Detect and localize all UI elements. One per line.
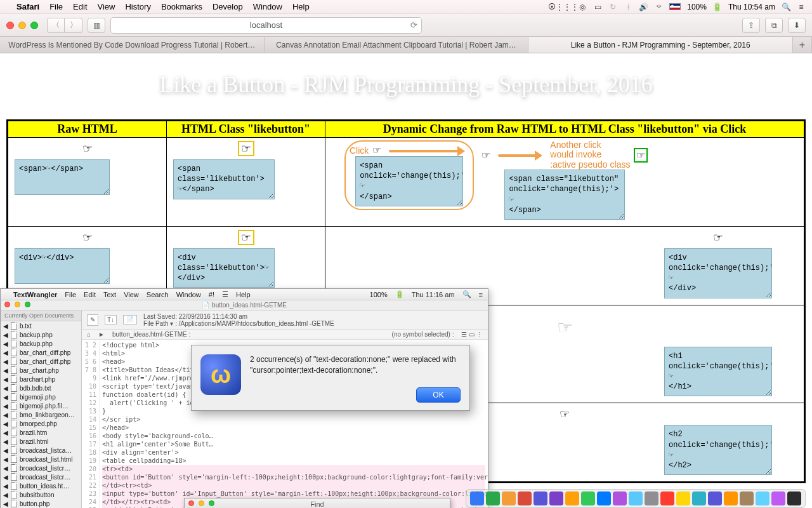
menu-file[interactable]: File (49, 2, 63, 11)
code-r4c3[interactable]: <h2 onclick='change(this);'>☞ </h2> (664, 425, 772, 475)
tw-close-icon[interactable] (4, 302, 10, 307)
hand-icon[interactable]: ☞ (481, 149, 490, 161)
code-r3c3[interactable]: <h1 onclick='change(this);'>☞ </h1> (664, 347, 772, 397)
tw-file-item[interactable]: ◀bdb.bdb.txt (1, 384, 81, 392)
clock[interactable]: Thu 10:54 am (728, 3, 775, 11)
hand-icon[interactable]: ☞ (239, 142, 254, 156)
dock-app-icon[interactable] (787, 491, 801, 505)
tw-menu-window[interactable]: Window (176, 291, 201, 298)
tw-app-name[interactable]: TextWrangler (13, 291, 57, 298)
battery-icon[interactable]: 🔋 (713, 3, 722, 11)
tw-file-item[interactable]: ◀bmorped.php (1, 419, 81, 428)
tab-2[interactable]: Like a Button - RJM Programming - Septem… (528, 37, 793, 53)
code-r2c2[interactable]: <div class='likebutton'>☞ </div> (173, 248, 275, 288)
forward-button[interactable]: 〉 (65, 18, 82, 33)
tw-menu-edit[interactable]: Edit (84, 291, 96, 298)
volume-icon[interactable]: 🔊 (639, 3, 648, 11)
dock-app-icon[interactable] (613, 491, 627, 505)
tw-dialog-ok-button[interactable]: OK (416, 387, 461, 403)
new-tab-button[interactable]: + (793, 37, 812, 53)
dock-app-icon[interactable] (597, 491, 611, 505)
bluetooth-icon[interactable]: ᚼ (624, 3, 632, 11)
dock-app-icon[interactable] (660, 491, 674, 505)
dock-app-icon[interactable] (565, 491, 579, 505)
tw-menu-extra[interactable]: ☰ (222, 290, 228, 298)
tw-menu-text[interactable]: Text (103, 291, 116, 298)
tw-file-item[interactable]: ◀bar_chart.php (1, 366, 81, 375)
display-icon[interactable]: ▭ (593, 3, 602, 11)
hand-icon-highlighted[interactable]: ☞ (634, 148, 648, 163)
menu-window[interactable]: Window (253, 2, 282, 11)
tw-file-item[interactable]: ◀b.txt (1, 321, 81, 330)
tw-file-item[interactable]: ◀broadcast_listcr… (1, 472, 81, 481)
menu-develop[interactable]: Develop (213, 2, 243, 11)
downloads-button[interactable]: ⬇ (788, 18, 806, 33)
tab-1[interactable]: Canvas Annotation Email Attachment Clipb… (265, 37, 529, 53)
tw-file-item[interactable]: ◀broadcast_listcr… (1, 464, 81, 472)
menu-history[interactable]: History (125, 2, 150, 11)
grid-icon[interactable]: ⋮⋮⋮ (563, 3, 572, 11)
tw-file-item[interactable]: ◀brazil.htm (1, 428, 81, 437)
code-r1c3a[interactable]: <span onclick='change(this);'>☞ </span> (355, 156, 463, 206)
dock-app-icon[interactable] (534, 491, 547, 505)
pencil-icon[interactable]: ✎ (87, 314, 98, 326)
dock-app-icon[interactable] (518, 491, 532, 505)
dock-app-icon[interactable] (740, 491, 754, 505)
menubar-app[interactable]: Safari (16, 2, 39, 11)
minimize-window-icon[interactable] (18, 22, 26, 29)
tw-file-item[interactable]: ◀brazil.html (1, 437, 81, 446)
hand-icon[interactable]: ☞ (372, 144, 381, 156)
dock-app-icon[interactable] (724, 491, 738, 505)
dock-app-icon[interactable] (502, 491, 516, 505)
tw-menu-help[interactable]: Help (236, 291, 251, 298)
tab-0[interactable]: WordPress Is Mentioned By Code Download … (0, 37, 265, 53)
dock-app-icon[interactable] (692, 491, 706, 505)
menu-help[interactable]: Help (292, 2, 310, 11)
code-r1c2[interactable]: <span class='likebutton'> ☞</span> (173, 159, 275, 199)
tw-file-item[interactable]: ◀bar_chart_diff.php (1, 357, 81, 366)
tw-file-item[interactable]: ◀bigemoji.php.fil… (1, 401, 81, 410)
tw-file-item[interactable]: ◀broadcast_list.html (1, 455, 81, 464)
wifi-icon[interactable]: ⌔ (654, 3, 663, 11)
reload-icon[interactable]: ⟳ (410, 20, 417, 30)
tw-menu-file[interactable]: File (65, 291, 76, 298)
tw-file-item[interactable]: ◀bar_chart_diff.php (1, 348, 81, 357)
tw-zoom-icon[interactable] (25, 302, 30, 307)
flag-icon[interactable] (669, 3, 681, 10)
tw-min-icon[interactable] (15, 302, 20, 307)
dock-app-icon[interactable] (645, 491, 658, 505)
dock-app-icon[interactable] (676, 491, 690, 505)
hand-icon[interactable]: ☞ (713, 231, 723, 244)
hand-icon[interactable]: ☞ (15, 231, 160, 244)
back-button[interactable]: 〈 (47, 18, 65, 33)
menu-view[interactable]: View (98, 2, 115, 11)
tw-file-item[interactable]: ◀backup.php (1, 339, 81, 348)
dock-app-icon[interactable] (581, 491, 595, 505)
code-r1c1[interactable]: <span>☞</span> (15, 159, 110, 195)
tw-menu-view[interactable]: View (124, 291, 139, 298)
tabs-button[interactable]: ⧉ (765, 18, 783, 33)
spotlight-icon[interactable]: 🔍 (782, 3, 790, 11)
dock-app-icon[interactable] (549, 491, 563, 505)
dock-app-icon[interactable] (771, 491, 785, 505)
hand-icon[interactable]: ☞ (239, 231, 254, 244)
hand-icon[interactable]: ☞ (15, 142, 160, 156)
dock-app-icon[interactable] (756, 491, 769, 505)
sidebar-button[interactable]: ▥ (88, 18, 105, 33)
toggle-icon[interactable]: ⦿ (547, 3, 556, 11)
dock-app-icon[interactable] (708, 491, 722, 505)
tw-sidebar[interactable]: Currently Open Documents ◀b.txt◀backup.p… (1, 311, 82, 508)
circle-icon[interactable]: ◎ (578, 3, 587, 11)
tw-file-item[interactable]: ◀backup.php (1, 330, 81, 339)
menu-bookmarks[interactable]: Bookmarks (161, 2, 202, 11)
tw-file-item[interactable]: ◀bmo_linkbargeon… (1, 410, 81, 419)
dock-app-icon[interactable] (486, 491, 500, 505)
zoom-window-icon[interactable] (30, 22, 38, 29)
timemachine-icon[interactable]: ↻ (608, 3, 617, 11)
dock-app-icon[interactable] (470, 491, 484, 505)
menu-extra-icon[interactable]: ≡ (797, 3, 806, 11)
address-bar[interactable]: localhost ⟳ (110, 17, 422, 34)
close-window-icon[interactable] (6, 22, 14, 29)
tw-menu-shebang[interactable]: #! (209, 291, 214, 298)
tw-file-item[interactable]: ◀broadcast_listca… (1, 446, 81, 455)
